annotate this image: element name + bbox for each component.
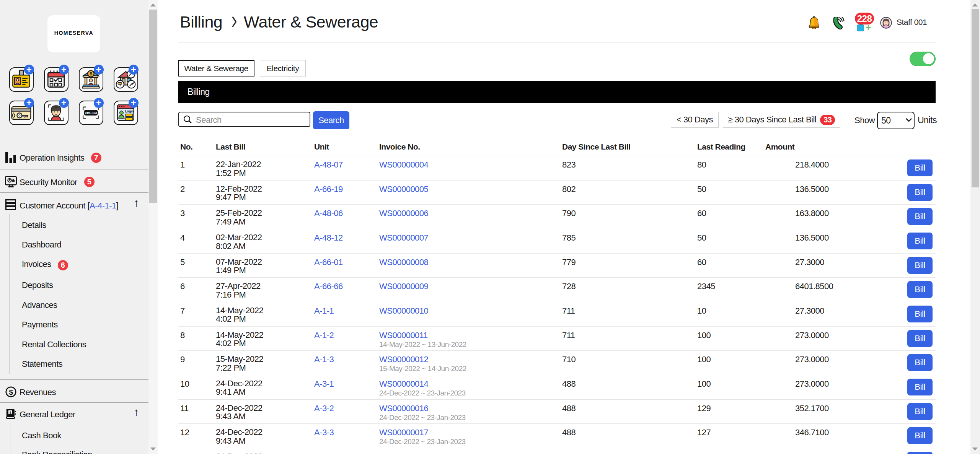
svg-text:$: $ (90, 71, 92, 76)
svg-text:Login: Login (125, 109, 134, 113)
svg-text:$: $ (9, 388, 13, 396)
svg-text:ABC 123: ABC 123 (85, 111, 97, 115)
svg-text:$: $ (10, 411, 11, 415)
